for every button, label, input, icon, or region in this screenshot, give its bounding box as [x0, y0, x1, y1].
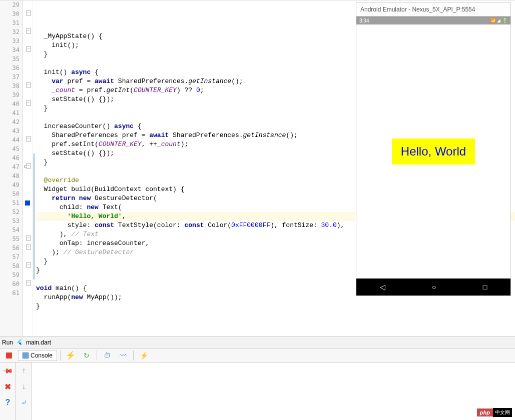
observatory-button[interactable]: ⏱	[100, 350, 114, 362]
line-number[interactable]: 36	[0, 64, 20, 72]
emulator-status-icons: 📶 ◢ 🔋	[490, 18, 507, 23]
stop-button[interactable]	[2, 350, 16, 362]
line-number[interactable]: 44	[0, 136, 20, 144]
line-number[interactable]: 39	[0, 90, 20, 100]
line-number[interactable]: 41	[0, 108, 20, 118]
help-button[interactable]: ?	[2, 396, 14, 408]
line-number[interactable]: 40	[0, 100, 20, 108]
line-number[interactable]: 58	[0, 262, 20, 270]
timeline-button[interactable]: 〰	[116, 350, 130, 362]
watermark-badge: php 中文网	[477, 408, 512, 417]
run-label[interactable]: Run	[2, 339, 13, 346]
gutter-icon-slot	[23, 108, 33, 118]
line-number[interactable]: 32	[0, 28, 20, 36]
line-number[interactable]: 56	[0, 244, 20, 252]
gutter-icon-slot	[23, 180, 33, 190]
line-number[interactable]: 49	[0, 180, 20, 190]
line-number[interactable]: 47	[0, 162, 20, 172]
gutter-icon-slot	[23, 216, 33, 226]
gutter-icon-slot: −	[23, 82, 33, 90]
fold-start-icon[interactable]: −	[26, 10, 31, 16]
line-number[interactable]: 46	[0, 154, 20, 162]
pin-button[interactable]: 📌	[2, 364, 14, 376]
line-number[interactable]: 34	[0, 46, 20, 54]
line-number[interactable]: 61	[0, 288, 20, 298]
gutter-icon-slot: −	[23, 100, 33, 108]
fold-end-icon[interactable]: −	[26, 82, 31, 88]
line-number[interactable]: 29	[0, 0, 20, 10]
gutter-icon-slot	[23, 208, 33, 216]
line-number[interactable]: 48	[0, 172, 20, 180]
gutter-icon-slot	[23, 172, 33, 180]
emulator-statusbar: 3:34 📶 ◢ 🔋	[356, 16, 510, 24]
scroll-up-button[interactable]: ↑	[18, 364, 30, 376]
line-number[interactable]: 54	[0, 226, 20, 234]
nav-back-icon[interactable]: ◁	[380, 283, 385, 291]
soft-wrap-button[interactable]: ⤶	[18, 396, 30, 408]
line-number[interactable]: 31	[0, 18, 20, 28]
run-config-name[interactable]: main.dart	[26, 339, 51, 346]
console-tab-label: Console	[31, 352, 53, 359]
close-button[interactable]: ✖	[2, 380, 14, 392]
code-line[interactable]: }	[36, 302, 515, 311]
line-number[interactable]: 52	[0, 208, 20, 216]
line-number[interactable]: 33	[0, 36, 20, 46]
separator	[60, 350, 61, 360]
fold-end-icon[interactable]: −	[26, 236, 31, 240]
line-number[interactable]: 59	[0, 270, 20, 280]
line-number[interactable]: 60	[0, 280, 20, 288]
line-number[interactable]: 55	[0, 234, 20, 244]
rerun-button[interactable]: ↻	[80, 350, 94, 362]
console-tab[interactable]: Console	[18, 350, 57, 361]
emulator-nav-bar: ◁ ○ □	[356, 278, 510, 296]
line-number[interactable]: 50	[0, 190, 20, 198]
hello-world-text[interactable]: Hello, World	[392, 138, 475, 164]
gutter-icon-slot: −	[23, 136, 33, 144]
gutter-icon-slot	[23, 198, 33, 208]
flutter-inspector-button[interactable]: ⚡	[137, 350, 151, 362]
line-number[interactable]: 35	[0, 54, 20, 64]
line-number[interactable]: 51	[0, 198, 20, 208]
line-number[interactable]: 37	[0, 72, 20, 82]
console-output[interactable]	[32, 362, 515, 420]
line-number[interactable]: 38	[0, 82, 20, 90]
gutter-icon-slot	[23, 288, 33, 298]
fold-start-icon[interactable]: −	[26, 46, 31, 52]
fold-start-icon[interactable]: −	[26, 164, 31, 168]
gutter-icon-slot: −	[23, 262, 33, 270]
nav-recent-icon[interactable]: □	[483, 283, 487, 291]
gutter-icon-slot: −	[23, 234, 33, 244]
line-number[interactable]: 57	[0, 252, 20, 262]
emulator-title: Android Emulator - Nexus_5X_API_P:5554	[356, 2, 510, 16]
line-number-gutter[interactable]: 2930313233343536373839404142434445464748…	[0, 0, 23, 336]
gutter-icon-slot	[23, 126, 33, 136]
code-line[interactable]	[36, 311, 515, 320]
emulator-clock: 3:34	[359, 18, 369, 24]
fold-end-icon[interactable]: −	[26, 136, 31, 142]
gutter-icon-slot: o↑−	[23, 162, 33, 172]
scroll-down-button[interactable]: ↓	[18, 380, 30, 392]
hot-reload-button[interactable]: ⚡	[64, 350, 78, 362]
gutter-icons[interactable]: −−−−−−o↑−−−−−	[23, 0, 33, 336]
fold-start-icon[interactable]: −	[26, 262, 31, 268]
flutter-icon	[16, 339, 23, 346]
console-panel: 📌 ✖ ? ↑ ↓ ⤶	[0, 362, 515, 420]
line-number[interactable]: 30	[0, 10, 20, 18]
fold-end-icon[interactable]: −	[26, 28, 31, 34]
emulator-screen[interactable]: Hello, World	[356, 24, 510, 278]
line-number[interactable]: 42	[0, 118, 20, 126]
line-number[interactable]: 45	[0, 144, 20, 154]
android-emulator: Android Emulator - Nexus_5X_API_P:5554 3…	[356, 2, 511, 296]
line-number[interactable]: 53	[0, 216, 20, 226]
color-swatch-icon[interactable]	[25, 200, 30, 206]
gutter-icon-slot	[23, 64, 33, 72]
nav-home-icon[interactable]: ○	[432, 283, 436, 291]
gutter-icon-slot: −	[23, 244, 33, 252]
fold-end-icon[interactable]: −	[26, 244, 31, 250]
separator	[97, 350, 97, 360]
line-number[interactable]: 43	[0, 126, 20, 136]
fold-end-icon[interactable]: −	[26, 280, 31, 286]
gutter-icon-slot	[23, 252, 33, 262]
fold-start-icon[interactable]: −	[26, 100, 31, 106]
gutter-icon-slot	[23, 118, 33, 126]
